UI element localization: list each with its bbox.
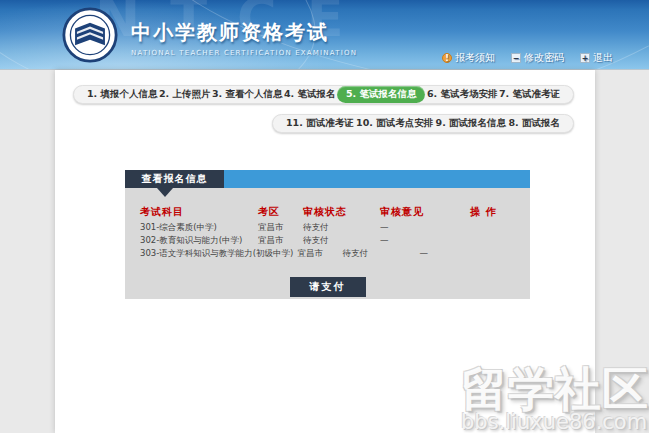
cell-status: 待支付 — [342, 247, 419, 260]
panel-tab-bar: 查看报名信息 — [125, 170, 530, 188]
exam-notice-link[interactable]: ! 报考须知 — [442, 51, 495, 65]
col-header-region: 考区 — [258, 205, 303, 219]
site-title: 中小学教师资格考试 — [131, 19, 357, 46]
step-10-interview-venue[interactable]: 10. 面试考点安排 — [356, 117, 433, 130]
registration-info-panel: 查看报名信息 考试科目 考区 审核状态 审核意见 操 作 301-综合素质(中学… — [125, 170, 530, 299]
interview-step-nav: 11. 面试准考证 10. 面试考点安排 9. 面试报名信息 8. 面试报名 — [272, 114, 574, 133]
header-links: ! 报考须知 − 修改密码 + 退出 — [442, 51, 613, 65]
step-8-interview-registration[interactable]: 8. 面试报名 — [508, 117, 560, 130]
step-1-fill-personal-info[interactable]: 1. 填报个人信息 — [87, 88, 158, 101]
step-3-view-personal-info[interactable]: 3. 查看个人信息 — [212, 88, 283, 101]
step-11-interview-admission-ticket[interactable]: 11. 面试准考证 — [286, 117, 354, 130]
cell-subject: 301-综合素质(中学) — [140, 221, 258, 234]
col-header-opinion: 审核意见 — [380, 205, 470, 219]
logout-icon: + — [580, 53, 590, 63]
step-5-written-registration-info[interactable]: 5. 笔试报名信息 — [337, 86, 426, 103]
cell-region: 宜昌市 — [258, 221, 303, 234]
table-header-row: 考试科目 考区 审核状态 审核意见 操 作 — [140, 205, 522, 219]
table-body: 301-综合素质(中学) 宜昌市 待支付 — 302-教育知识与能力(中学) 宜… — [140, 221, 522, 260]
tab-view-registration-info[interactable]: 查看报名信息 — [125, 170, 224, 188]
change-password-label: 修改密码 — [524, 51, 564, 65]
written-exam-step-nav: 1. 填报个人信息 2. 上传照片 3. 查看个人信息 4. 笔试报名 5. 笔… — [73, 85, 574, 104]
step-6-written-venue[interactable]: 6. 笔试考场安排 — [427, 88, 498, 101]
col-header-subject: 考试科目 — [140, 205, 258, 219]
table-row: 302-教育知识与能力(中学) 宜昌市 待支付 — — [140, 234, 522, 247]
cell-subject: 303-语文学科知识与教学能力(初级中学) — [140, 247, 297, 260]
step-2-upload-photo[interactable]: 2. 上传照片 — [159, 88, 211, 101]
cell-status: 待支付 — [303, 221, 380, 234]
cell-opinion: — — [380, 234, 470, 247]
header-banner: NTCE 中小学教师资格考试 NATIONAL TEACHER CERTIFIC… — [0, 0, 649, 70]
col-header-status: 审核状态 — [303, 205, 380, 219]
logout-label: 退出 — [593, 51, 613, 65]
active-tab-arrow-icon — [157, 188, 173, 197]
notice-icon: ! — [442, 53, 452, 63]
cell-subject: 302-教育知识与能力(中学) — [140, 234, 258, 247]
exam-notice-label: 报考须知 — [455, 51, 495, 65]
table-row: 301-综合素质(中学) 宜昌市 待支付 — — [140, 221, 522, 234]
cell-opinion: — — [380, 221, 470, 234]
cell-opinion: — — [419, 247, 509, 260]
step-4-written-registration[interactable]: 4. 笔试报名 — [284, 88, 336, 101]
logout-link[interactable]: + 退出 — [580, 51, 613, 65]
pay-button[interactable]: 请支付 — [290, 277, 366, 297]
cell-region: 宜昌市 — [297, 247, 342, 260]
table-row: 303-语文学科知识与教学能力(初级中学) 宜昌市 待支付 — — [140, 247, 522, 260]
step-9-interview-registration-info[interactable]: 9. 面试报名信息 — [436, 117, 507, 130]
password-icon: − — [511, 53, 521, 63]
step-7-written-admission-ticket[interactable]: 7. 笔试准考证 — [499, 88, 560, 101]
change-password-link[interactable]: − 修改密码 — [511, 51, 564, 65]
ntce-logo-icon — [62, 7, 118, 63]
cell-status: 待支付 — [303, 234, 380, 247]
cell-region: 宜昌市 — [258, 234, 303, 247]
site-subtitle: NATIONAL TEACHER CERTIFICATION EXAMINATI… — [131, 49, 357, 57]
col-header-action: 操 作 — [470, 205, 522, 219]
main-content-box: 1. 填报个人信息 2. 上传照片 3. 查看个人信息 4. 笔试报名 5. 笔… — [55, 70, 595, 433]
